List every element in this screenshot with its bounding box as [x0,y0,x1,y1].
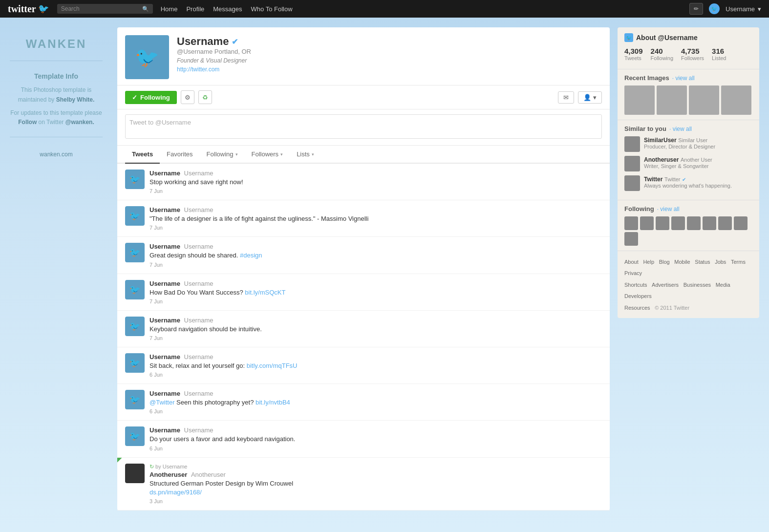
url-link[interactable]: bit.ly/nvtbB4 [256,399,290,406]
tweet-date: 6 Jun [150,372,602,378]
follow-link[interactable]: Follow [18,119,37,126]
tab-favorites[interactable]: Favorites [160,146,199,164]
tweet-avatar: 🐦 [125,426,145,446]
tab-following[interactable]: Following ▾ [200,146,245,164]
stat-followers: 4,735 Followers [681,47,704,61]
tweet-text: Keyboard navigation should be intuitive. [150,325,602,334]
shelby-white-link[interactable]: Shelby White. [56,96,95,103]
footer-terms[interactable]: Terms [731,259,746,265]
similar-bio-2: Writer, Singer & Songwriter [644,163,752,169]
footer-blog[interactable]: Blog [659,259,670,265]
person-button[interactable]: 👤 ▾ [578,91,602,104]
similar-handle-2: Another User [681,157,712,163]
view-all-following-link[interactable]: · view all [657,206,680,213]
mail-button[interactable]: ✉ [558,91,574,104]
settings-button[interactable]: ⚙ [181,90,194,104]
nav-home[interactable]: Home [161,5,178,13]
following-avatar-7[interactable] [718,216,732,230]
footer-shortcuts[interactable]: Shortcuts [624,282,647,288]
hashtag-link[interactable]: #design [240,252,262,259]
handle-link[interactable]: @wanken. [65,119,94,126]
following-avatar-5[interactable] [687,216,701,230]
footer-status[interactable]: Status [695,259,710,265]
following-avatar-9[interactable] [624,232,638,246]
avatar-bird-icon: 🐦 [135,46,159,69]
tweet-textarea[interactable] [125,114,602,139]
tweet-handle: Username [184,170,214,177]
user-avatar-icon: 🐦 [709,3,720,14]
image-thumb-2[interactable] [657,85,687,115]
url-link[interactable]: bitly.com/mqTFsU [247,362,298,369]
url-link[interactable]: bit.ly/mSQcKT [245,289,285,296]
tweet-bird-icon: 🐦 [129,284,140,295]
similar-section: Similar to you · view all SimilarUser Si… [618,120,759,200]
lists-arrow-icon: ▾ [312,152,314,157]
similar-avatar-3 [624,175,640,191]
refresh-button[interactable]: ♻ [198,90,212,104]
tweet-item: 🐦 Username Username Sit back, relax and … [117,347,610,384]
following-button[interactable]: ✓ Following [125,91,177,104]
nav-messages[interactable]: Messages [213,5,242,13]
tweets-count: 4,309 [624,47,643,55]
tab-tweets[interactable]: Tweets [125,146,160,164]
footer-privacy[interactable]: Privacy [624,270,642,276]
footer-businesses[interactable]: Businesses [684,282,711,288]
wanken-link[interactable]: wanken.com [40,151,72,158]
tweet-body: Username Username Stop working and save … [150,170,602,194]
username-label[interactable]: Username ▾ [726,5,761,13]
retweet-icon: ↻ [150,464,154,469]
following-avatar-6[interactable] [703,216,716,230]
similar-name-2[interactable]: Anotheruser [644,156,679,163]
tweet-bird-icon: 🐦 [129,321,140,332]
footer-media[interactable]: Media [716,282,730,288]
image-thumb-4[interactable] [721,85,751,115]
similar-name-3[interactable]: Twitter [644,176,662,183]
footer-resources[interactable]: Resources [624,305,650,311]
compose-button[interactable]: ✏ [689,3,703,15]
footer-about[interactable]: About [624,259,639,265]
similar-name-1[interactable]: SimilarUser [644,137,677,144]
verified-icon: ✔ [232,37,238,46]
image-thumb-3[interactable] [689,85,719,115]
url-link[interactable]: ds.pn/image/9168/ [150,489,202,496]
tweet-username: Anotheruser [150,471,187,478]
view-all-images-link[interactable]: · view all [672,75,695,82]
similar-handle-1: Similar User [678,137,707,143]
tab-followers[interactable]: Followers ▾ [245,146,290,164]
profile-name: Username ✔ [177,35,602,48]
following-count: 240 [651,47,673,55]
check-icon: ✓ [132,94,137,101]
tweet-handle: Username [184,206,214,213]
following-avatar-1[interactable] [624,216,638,230]
tweet-avatar: 🐦 [125,170,145,189]
footer-links-row-3: Resources © 2011 Twitter [624,302,752,313]
tweet-body: Username Username Do your users a favor … [150,426,602,451]
footer-advertisers[interactable]: Advertisers [652,282,679,288]
footer-help[interactable]: Help [643,259,654,265]
view-all-similar-link[interactable]: · view all [669,126,692,132]
following-grid-title: Following · view all [624,205,752,213]
following-avatar-8[interactable] [734,216,748,230]
following-avatar-3[interactable] [656,216,669,230]
footer-developers[interactable]: Developers [624,293,652,299]
tweet-text: Great design should be shared. #design [150,251,602,260]
footer-mobile[interactable]: Mobile [674,259,690,265]
tweet-body: Username Username Great design should be… [150,243,602,267]
tab-lists[interactable]: Lists ▾ [290,146,321,164]
nav-profile[interactable]: Profile [186,5,204,13]
tweet-bird-icon: 🐦 [129,431,140,442]
mention-link[interactable]: @Twitter [150,399,174,406]
search-bar[interactable]: 🔍 [57,4,153,14]
profile-handle: @Username Portland, OR [177,48,602,55]
tweet-username: Username [150,206,180,213]
listed-label: Listed [712,55,726,61]
following-avatar-4[interactable] [671,216,685,230]
nav-who-to-follow[interactable]: Who To Follow [251,5,293,13]
footer-jobs[interactable]: Jobs [715,259,726,265]
search-input[interactable] [61,5,139,12]
following-avatar-2[interactable] [640,216,654,230]
action-bar: ✓ Following ⚙ ♻ ✉ 👤 ▾ [117,85,610,109]
image-thumb-1[interactable] [624,85,655,115]
profile-url[interactable]: http://twitter.com [177,66,219,73]
tweet-handle: Username [184,353,214,361]
